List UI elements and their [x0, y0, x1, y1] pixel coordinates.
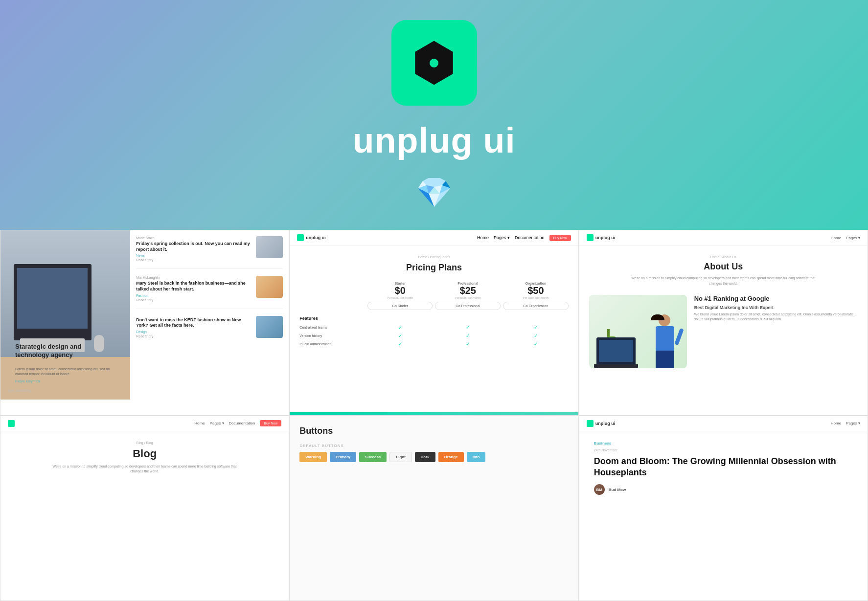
blog-article-1-author: Marie Smith [136, 236, 252, 240]
pricing-plan-pro-price: $25 [435, 285, 501, 296]
blog-left-subtext: Lorem ipsum dolor sit amet, consectetur … [15, 367, 115, 377]
blog-article-1-title: Friday's spring collection is out. Now y… [136, 241, 252, 252]
pricing-plan-org-btn[interactable]: Go Organization [503, 302, 569, 310]
blog-tag: type something [8, 389, 123, 392]
blog-article-3-img-placeholder [256, 316, 283, 338]
btn-info[interactable]: Info [467, 452, 486, 462]
blog-article-1-img [256, 236, 283, 258]
pricing-title: Pricing Plans [299, 263, 568, 273]
buttons-title: Buttons [299, 426, 568, 436]
blog-left-text: type something Starategic design and tec… [8, 389, 123, 394]
blog2-nav-docs[interactable]: Documentation [229, 421, 255, 425]
pricing-plan-org-price: $50 [503, 285, 569, 296]
article-author-avatar: BM [594, 484, 605, 495]
pricing-plan-org-period: Per user, per month [503, 296, 569, 299]
article-date: 24th November [594, 448, 853, 452]
pricing-feature-name-1: Centralized teams [299, 326, 365, 329]
pricing-feature-row-2: Version history ✓ ✓ ✓ [299, 333, 568, 338]
article-nav-home[interactable]: Home [831, 421, 841, 425]
blog-left-panel: type something Starategic design and tec… [0, 230, 130, 400]
blog2-nav-buynow[interactable]: Buy Now [260, 420, 281, 426]
pricing-logo-icon [297, 234, 304, 241]
article-tag[interactable]: Business [594, 441, 853, 445]
teal-bottom-bar [290, 412, 578, 415]
pricing-nav-buynow[interactable]: Buy Now [549, 235, 571, 241]
btn-orange[interactable]: Orange [438, 452, 464, 462]
blog-article-2-tag[interactable]: Fashion [136, 294, 252, 297]
pricing-check-2-3: ✓ [503, 333, 569, 338]
pricing-features-label [299, 282, 365, 310]
about-person [648, 314, 682, 368]
blog-article-2: Mia McLaughlin Mary Steel is back in the… [136, 276, 283, 309]
pricing-plan-starter-btn[interactable]: Go Starter [367, 302, 433, 310]
pricing-feature-name-3: Plugin administration [299, 342, 365, 346]
laptop-screen-content [599, 340, 633, 362]
logo-hexagon [412, 41, 456, 85]
pricing-nav-home[interactable]: Home [477, 235, 489, 240]
about-nav-pages[interactable]: Pages ▾ [846, 236, 860, 240]
blog-article-3-tag[interactable]: Design [136, 330, 252, 334]
article-logo-icon [587, 420, 594, 427]
article-logo-text: unplug ui [595, 421, 616, 426]
about-logo-icon [587, 234, 594, 241]
blog-article-1-tag[interactable]: News [136, 254, 252, 257]
article-logo: unplug ui [587, 420, 616, 427]
pricing-cols: Starter $0 Per user, per month Go Starte… [299, 282, 568, 310]
card-blog-page: Home Pages ▾ Documentation Buy Now Blog … [0, 416, 289, 601]
pricing-plan-starter-price: $0 [367, 285, 433, 296]
blog-right-panel: Marie Smith Friday's spring collection i… [130, 230, 289, 400]
about-feature-subtitle: Best Digital Marketing Inc With Expert [694, 305, 858, 310]
about-desc: We're on a mission to simplify cloud com… [625, 276, 821, 286]
blog-left-heading: Starategic design and technology agency [15, 343, 115, 359]
pricing-features-title: Features [299, 316, 568, 321]
blog2-nav-home[interactable]: Home [194, 421, 205, 425]
person-legs [656, 351, 674, 368]
laptop-screen [596, 337, 636, 364]
pricing-logo: unplug ui [297, 234, 326, 241]
blog-article-1-read[interactable]: Read Story [136, 258, 252, 262]
pricing-check-3-2: ✓ [435, 341, 501, 347]
blog-article-2-title: Mary Steel is back in the fashion busine… [136, 281, 252, 292]
btn-dark[interactable]: Dark [415, 452, 435, 462]
person-body [656, 326, 674, 351]
pricing-nav-pages[interactable]: Pages ▾ [494, 235, 510, 240]
laptop-decoration [594, 339, 638, 368]
pricing-check-3-3: ✓ [503, 341, 569, 347]
blog-article-3-read[interactable]: Read Story [136, 334, 252, 338]
pricing-plan-org-name: Organization [503, 282, 569, 285]
blog-article-1: Marie Smith Friday's spring collection i… [136, 236, 283, 269]
pricing-plan-pro-btn[interactable]: Go Professional [435, 302, 501, 310]
blog-left-link[interactable]: Fadya Karymida [15, 379, 40, 383]
blog2-title: Blog [10, 447, 279, 460]
about-text-content: No #1 Ranking at Google Best Digital Mar… [694, 295, 858, 368]
about-breadcrumb: Home / About Us [589, 255, 858, 259]
blog2-nav-pages[interactable]: Pages ▾ [210, 421, 224, 425]
monitor [14, 264, 91, 340]
card-blog-listing: type something Starategic design and tec… [0, 230, 289, 416]
btn-primary[interactable]: Primary [330, 452, 356, 462]
pricing-logo-text: unplug ui [306, 235, 326, 240]
blog-article-1-text: Marie Smith Friday's spring collection i… [136, 236, 252, 262]
pricing-feature-row-1: Centralized teams ✓ ✓ ✓ [299, 325, 568, 330]
sketch-icon: 💎 [416, 175, 453, 210]
about-logo-text: unplug ui [595, 235, 616, 240]
btn-success[interactable]: Success [359, 452, 387, 462]
about-nav: unplug ui Home Pages ▾ [579, 230, 868, 245]
blog-article-2-read[interactable]: Read Story [136, 298, 252, 302]
laptop-base [594, 364, 638, 368]
blog2-breadcrumb: Blog / Blog [10, 441, 279, 445]
blog-article-2-img [256, 276, 283, 298]
blog2-nav-links: Home Pages ▾ Documentation Buy Now [194, 420, 281, 426]
blog2-body: Blog / Blog Blog We're on a mission to s… [0, 431, 289, 491]
blog-article-2-text: Mia McLaughlin Mary Steel is back in the… [136, 276, 252, 301]
buttons-body: Buttons DEFAULT BUTTONS Warning Primary … [290, 416, 578, 479]
about-nav-home[interactable]: Home [831, 236, 841, 240]
pricing-plan-starter-period: Per user, per month [367, 296, 433, 299]
article-nav-pages[interactable]: Pages ▾ [846, 421, 860, 425]
monitor-screen [17, 268, 87, 329]
blog-article-3: Don't want to miss the KEDZ fashion show… [136, 316, 283, 345]
btn-warning[interactable]: Warning [299, 452, 327, 462]
btn-light[interactable]: Light [389, 452, 412, 462]
about-body: Home / About Us About Us We're on a miss… [579, 245, 868, 378]
pricing-nav-docs[interactable]: Documentation [515, 235, 545, 240]
